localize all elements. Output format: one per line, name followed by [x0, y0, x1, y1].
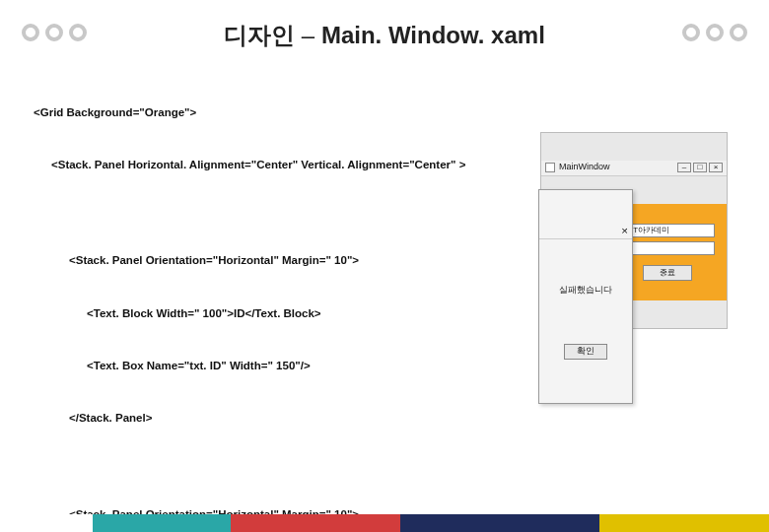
- circle-icon: [730, 24, 747, 41]
- code-line: </Stack. Panel>: [69, 410, 735, 428]
- code-block: <Grid Background="Orange"> <Stack. Panel…: [34, 69, 735, 532]
- title-separator: –: [302, 22, 315, 48]
- code-line: <Text. Box Name="txt. ID" Width=" 150"/>: [87, 358, 735, 375]
- close-button[interactable]: 종료: [643, 265, 692, 281]
- messagebox: × 실패했습니다 확인: [538, 189, 633, 404]
- title-main: 디자인: [224, 22, 295, 48]
- app-icon: [545, 163, 555, 172]
- preview-window-title: MainWindow: [559, 161, 610, 174]
- messagebox-text: 실패했습니다: [539, 274, 632, 302]
- close-icon[interactable]: ×: [621, 223, 628, 240]
- preview-titlebar: MainWindow – □ ×: [541, 161, 727, 176]
- circle-icon: [22, 24, 39, 41]
- circle-icon: [682, 24, 700, 41]
- title-filename: Main. Window. xaml: [321, 22, 545, 48]
- messagebox-titlebar: ×: [539, 226, 632, 239]
- footer-stripe: [0, 514, 769, 532]
- maximize-icon[interactable]: □: [693, 163, 707, 172]
- code-line: <Grid Background="Orange">: [34, 104, 735, 122]
- circle-icon: [706, 24, 724, 41]
- minimize-icon[interactable]: –: [677, 163, 691, 172]
- circle-icon: [69, 24, 87, 41]
- messagebox-ok-button[interactable]: 확인: [564, 344, 607, 360]
- close-icon[interactable]: ×: [709, 163, 723, 172]
- deco-circles-left: [22, 24, 87, 41]
- slide-title: 디자인 – Main. Window. xaml: [28, 20, 741, 51]
- circle-icon: [45, 24, 63, 41]
- deco-circles-right: [682, 24, 747, 41]
